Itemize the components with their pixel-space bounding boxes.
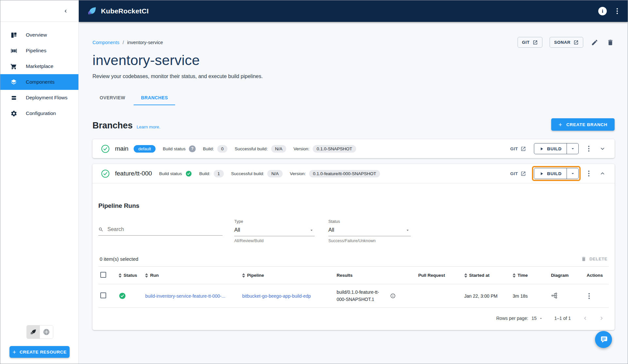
column-header-started-at[interactable]: Started at [469, 273, 489, 278]
create-resource-button[interactable]: + CREATE RESOURCE [9, 346, 70, 358]
tab-branches[interactable]: BRANCHES [134, 91, 175, 105]
branch-menu-icon[interactable] [587, 144, 591, 153]
table-header-row: Status Run Pipeline Results Pull Request… [98, 267, 609, 284]
app-title: KubeRocketCI [101, 7, 149, 15]
quill-view-toggle[interactable] [27, 325, 40, 339]
page-subtitle: Review your codebases, monitor their sta… [92, 74, 615, 79]
diagram-button[interactable] [551, 292, 558, 299]
sidebar-item-configuration[interactable]: Configuration [0, 106, 78, 121]
build-status-unknown-icon[interactable]: ? [189, 145, 196, 152]
sort-icon[interactable] [242, 273, 245, 278]
build-status-success-icon[interactable] [185, 170, 192, 177]
column-header-pipeline[interactable]: Pipeline [247, 273, 264, 278]
successful-build-label: Successful build: [235, 146, 268, 151]
pagination: Rows per page: 15 1–1 of 1 [98, 308, 609, 325]
search-input[interactable] [107, 226, 223, 232]
create-branch-button[interactable]: + CREATE BRANCH [551, 118, 615, 131]
sidebar-item-overview[interactable]: Overview [0, 27, 78, 43]
chevron-right-icon [598, 315, 605, 322]
chevron-left-icon [63, 8, 69, 14]
sort-icon[interactable] [464, 273, 467, 278]
row-checkbox[interactable] [100, 292, 106, 298]
sidebar-item-components[interactable]: Components [0, 74, 78, 90]
sort-icon[interactable] [513, 273, 516, 278]
build-button[interactable]: BUILD [534, 143, 567, 154]
sidebar-item-label: Components [26, 79, 55, 85]
arrow-drop-down-icon [570, 171, 575, 176]
build-button[interactable]: BUILD [534, 168, 567, 179]
status-filter-label: Status [328, 219, 411, 224]
sidebar-item-marketplace[interactable]: Marketplace [0, 58, 78, 74]
build-options-button[interactable] [567, 143, 578, 154]
git-link-label: GIT [510, 146, 518, 151]
selection-count: 0 item(s) selected [100, 256, 138, 262]
sidebar-item-deployment-flows[interactable]: Deployment Flows [0, 90, 78, 106]
learn-more-link[interactable]: Learn more. [137, 124, 160, 129]
collapse-branch-button[interactable] [599, 170, 606, 177]
pipeline-link[interactable]: bitbucket-go-beego-app-build-edp [242, 293, 311, 299]
branch-status-ok-icon [101, 169, 110, 178]
delete-component-button[interactable] [606, 38, 615, 47]
successful-build-label: Successful build: [231, 171, 264, 176]
chat-fab-button[interactable] [595, 331, 612, 348]
sidebar-item-label: Configuration [26, 110, 56, 116]
info-icon[interactable]: i [598, 7, 607, 15]
column-header-run[interactable]: Run [150, 273, 158, 278]
arrow-drop-down-icon [539, 316, 543, 321]
sonar-button[interactable]: SONAR [550, 37, 583, 48]
kuberocketci-logo-icon [87, 6, 97, 16]
branch-card-main: main default Build status ? Build: 0 Suc… [92, 139, 615, 158]
sidebar-nav: Overview Pipelines Marketplace Component… [0, 22, 78, 121]
breadcrumb-separator: / [123, 40, 124, 45]
branch-git-link[interactable]: GIT [510, 171, 526, 176]
sidebar-footer: + CREATE RESOURCE [0, 325, 78, 364]
chevron-left-icon [582, 315, 588, 322]
arrow-drop-down-icon [570, 146, 575, 151]
branch-menu-icon[interactable] [587, 169, 591, 178]
expand-branch-button[interactable] [599, 145, 606, 152]
breadcrumb-components-link[interactable]: Components [92, 40, 119, 45]
arrow-drop-down-icon [309, 228, 314, 233]
next-page-button[interactable] [598, 315, 605, 322]
search-icon [98, 227, 104, 232]
sort-icon[interactable] [145, 273, 148, 278]
previous-page-button[interactable] [582, 315, 588, 322]
sidebar-item-label: Pipelines [26, 48, 46, 54]
build-options-button[interactable] [567, 168, 578, 179]
branch-name: feature/tt-000 [115, 170, 152, 177]
topbar-menu-icon[interactable] [615, 7, 619, 15]
sidebar-item-pipelines[interactable]: Pipelines [0, 43, 78, 58]
run-status-success-icon [119, 292, 141, 300]
branch-card-feature: feature/tt-000 Build status Build: 1 Suc… [92, 164, 615, 330]
select-all-checkbox[interactable] [100, 272, 106, 278]
external-link-icon [521, 146, 526, 152]
build-count: 0 [217, 145, 228, 153]
kubernetes-icon [43, 328, 50, 336]
trash-icon [607, 39, 614, 46]
tree-diagram-icon [551, 292, 558, 299]
row-actions-menu-icon[interactable] [587, 291, 607, 301]
layers-icon [10, 78, 17, 86]
rows-per-page-select[interactable]: 15 [532, 316, 543, 321]
column-header-status[interactable]: Status [124, 273, 137, 278]
column-header-time[interactable]: Time [518, 273, 528, 278]
tab-overview[interactable]: OVERVIEW [92, 91, 132, 105]
edit-button[interactable] [590, 38, 599, 47]
branch-row-main: main default Build status ? Build: 0 Suc… [92, 139, 615, 158]
status-filter-helper: Success/Failure/Unknown [328, 239, 411, 243]
run-link[interactable]: build-inventory-service-feature-tt-000-.… [145, 293, 225, 299]
type-filter-select[interactable]: All [234, 224, 315, 236]
sidebar-collapse-button[interactable] [63, 8, 69, 14]
delete-selected-button[interactable]: DELETE [581, 256, 607, 262]
version-label: Version: [293, 146, 309, 151]
status-filter-select[interactable]: All [328, 224, 411, 236]
build-label: Build: [203, 146, 214, 151]
rows-per-page-value: 15 [532, 316, 537, 321]
sidebar-header [0, 0, 78, 22]
sort-icon[interactable] [119, 273, 122, 278]
info-outline-icon[interactable] [390, 293, 396, 299]
started-at-value: Jan 22, 3:00 PM [464, 293, 498, 299]
git-button[interactable]: GIT [518, 37, 542, 48]
kubernetes-view-toggle[interactable] [40, 325, 53, 339]
branch-git-link[interactable]: GIT [510, 146, 526, 152]
